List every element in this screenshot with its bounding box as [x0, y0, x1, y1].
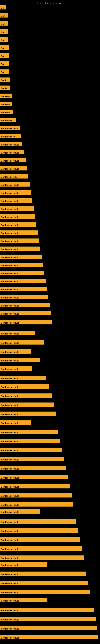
bar-label: Bottleneck result	[0, 562, 47, 567]
bar-label: Bottleneck result	[0, 311, 51, 315]
bar-row: Bottleneck result	[0, 457, 64, 461]
bar-label: Bottleneck result	[0, 430, 58, 434]
bar-row: Bottleneck result	[0, 311, 51, 315]
bar-row: Bottleneck result	[0, 254, 42, 259]
bar-row: Bottleneck resul	[0, 126, 20, 130]
bar-label: Bottleneck result	[0, 303, 50, 307]
bar-row: Bottleneck result	[0, 475, 68, 480]
bar-label: Bottle	[0, 86, 10, 90]
bar-row: Bottlene	[0, 102, 12, 106]
bar-label: Bottleneck result	[0, 238, 39, 243]
bar-row: Bottleneck result	[0, 263, 43, 267]
bar-row: Bott	[0, 53, 9, 58]
bar-label: Bottleneck result	[0, 190, 31, 194]
bar-row: Bott	[0, 37, 8, 42]
bar-label: Bottleneck result	[0, 222, 36, 227]
bar-label: Bottleneck result	[0, 394, 51, 398]
bar-label: Bottleneck result	[0, 617, 96, 621]
bar-label: Bottleneck result	[0, 608, 94, 612]
bar-row: Bottleneck r	[0, 118, 16, 122]
bar-row: Bottleneck result	[0, 635, 98, 639]
bar-row: Bottleneck result	[0, 295, 49, 299]
bar-label: Bottlene	[0, 110, 13, 114]
bar-row: Bottleneck result	[0, 402, 53, 407]
bar-label: Bottleneck result	[0, 556, 84, 560]
bar-label: Bottleneck result	[0, 182, 30, 186]
bar-label: Bottleneck result	[0, 331, 35, 335]
bar-label: Bottleneck result	[0, 279, 46, 283]
bar-label: Bottleneck result	[0, 376, 46, 380]
bar-label: Bottleneck result	[0, 420, 31, 425]
bar-label: Bottl	[0, 78, 10, 82]
bar-label: Bottleneck result	[0, 206, 34, 211]
bar-row: Bottleneck result	[0, 166, 27, 170]
bar-row: Bottleneck re	[0, 134, 21, 138]
bar-label: Bott	[0, 45, 9, 50]
bar-row: Bottleneck result	[0, 562, 47, 567]
bar-row: Bottleneck result	[0, 303, 50, 307]
bar-row: Bottleneck result	[0, 320, 52, 324]
bar-label: Bottleneck result	[0, 572, 86, 576]
bar-row: Bottleneck result	[0, 142, 22, 146]
bar-label: Bottleneck result	[0, 457, 64, 461]
bar-row: Bottleneck result	[0, 271, 44, 275]
bar-row: Bottleneck result	[0, 626, 97, 630]
bar-label: Bottleneck result	[0, 320, 52, 324]
bar-row: Bottleneck result	[0, 287, 47, 291]
bar-row: Bottleneck result	[0, 430, 58, 434]
bar-row: Bottleneck result	[0, 509, 40, 514]
bar-row: Bottleneck result	[0, 448, 62, 452]
bar-label: Bott	[0, 13, 8, 18]
bar-label: Bottleneck result	[0, 287, 47, 291]
bar-row: Bott	[0, 29, 8, 34]
bar-label: Bottleneck result	[0, 340, 44, 344]
bar-label: Bottleneck result	[0, 580, 88, 585]
bar-row: Bottleneck result	[0, 150, 24, 154]
bar-row: Bottleneck result	[0, 420, 31, 425]
bar-label: Bottleneck result	[0, 519, 76, 524]
bar-row: Bott	[0, 21, 8, 26]
bar-label: Bottleneck result	[0, 439, 60, 443]
bar-row: Bottleneck resu	[0, 174, 28, 178]
bar-label: Bottleneck result	[0, 349, 31, 354]
bar-label: Bottleneck result	[0, 166, 27, 170]
bar-row: Bottleneck result	[0, 198, 32, 203]
bar-label: Bott	[0, 53, 9, 58]
bar-row: Bottleneck result	[0, 493, 72, 498]
bar-row: Bo	[0, 5, 6, 10]
bar-row: Bottleneck result	[0, 366, 32, 371]
bar-row: Bottle	[0, 86, 10, 90]
bar-row: Bottleneck result	[0, 598, 47, 602]
bar-label: Bottleneck result	[0, 384, 49, 389]
bar-row: Bottleneck result	[0, 528, 78, 533]
bar-row: Bottleneck result	[0, 358, 40, 362]
bar-row: Bott	[0, 70, 9, 74]
bar-label: Bottleneck result	[0, 475, 68, 480]
bar-label: Bottleneck resul	[0, 126, 20, 130]
bar-row: Bottleneck result	[0, 238, 39, 243]
bar-row: Bottleneck result	[0, 484, 70, 488]
bar-row: Bottleneck result	[0, 214, 35, 219]
bar-row: Bottleneck result	[0, 376, 46, 380]
bar-label: Bottleneck result	[0, 528, 78, 533]
bar-label: Bottleneck result	[0, 198, 32, 203]
bar-row: Bottleneck result	[0, 206, 34, 211]
bar-label: Bottleneck resu	[0, 174, 28, 178]
bar-label: Bottleneck result	[0, 598, 47, 602]
bar-row: Bottleneck result	[0, 608, 94, 612]
bar-label: Bott	[0, 21, 8, 26]
bar-label: Bottleneck result	[0, 358, 40, 362]
bar-label: Bottleneck result	[0, 230, 38, 235]
bar-row: Bottleneck result	[0, 537, 80, 542]
bar-label: Bottleneck result	[0, 214, 35, 219]
bar-row: Bottleneck result	[0, 279, 46, 283]
bar-label: Bottleneck result	[0, 263, 43, 267]
bar-label: Bottleneck result	[0, 484, 70, 488]
bar-row: Bottlene	[0, 110, 13, 114]
bar-row: Bottleneck result	[0, 439, 60, 443]
bar-row: Bottleneck result	[0, 580, 88, 585]
bar-row: Bottleneck result	[0, 556, 84, 560]
bar-row: Bott	[0, 13, 8, 18]
bar-label: Bottleneck result	[0, 448, 62, 452]
bar-label: Bottleneck result	[0, 502, 73, 506]
